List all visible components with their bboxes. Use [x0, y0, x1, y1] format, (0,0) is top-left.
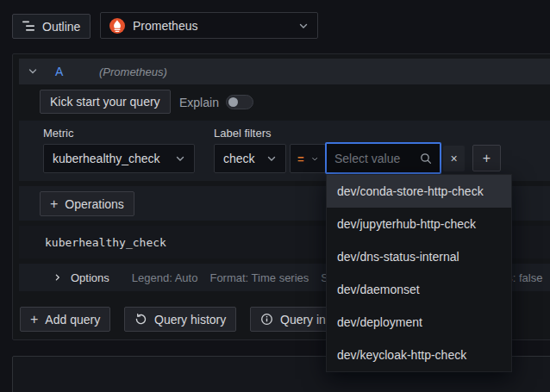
metric-select[interactable]: kuberhealthy_check — [43, 144, 195, 173]
history-icon — [134, 313, 147, 326]
chevron-right-icon — [53, 273, 62, 282]
query-datasource-hint: (Prometheus) — [99, 65, 167, 78]
explain-label: Explain — [179, 96, 219, 109]
chevron-down-icon — [266, 153, 277, 164]
grafana-explore-query-editor: Outline Prometheus A (Prometheus) Kick s… — [0, 0, 550, 392]
remove-filter-button[interactable]: × — [443, 146, 465, 171]
prometheus-logo-icon — [109, 18, 125, 34]
add-filter-button[interactable]: + — [472, 145, 501, 171]
value-dropdown: dev/conda-store-http-checkdev/jupyterhub… — [326, 174, 512, 372]
outline-button[interactable]: Outline — [12, 14, 91, 39]
label-filters-label: Label filters — [214, 127, 271, 140]
query-ref-id: A — [55, 65, 63, 78]
chevron-down-icon — [175, 153, 185, 164]
dropdown-option[interactable]: dev/dns-status-internal — [327, 240, 511, 273]
operator-select[interactable]: = — [290, 144, 326, 173]
operator-value: = — [297, 152, 304, 165]
label-value-input[interactable] — [334, 152, 415, 165]
explain-toggle[interactable] — [226, 95, 253, 109]
dropdown-option[interactable]: dev/conda-store-http-check — [327, 175, 511, 208]
plus-icon: + — [483, 152, 491, 165]
operations-label: Operations — [65, 197, 123, 211]
options-summary-item: Format: Time series — [209, 271, 309, 284]
dropdown-option[interactable]: dev/deployment — [327, 306, 511, 339]
options-summary-item: Legend: Auto — [132, 271, 198, 284]
operations-button[interactable]: + Operations — [40, 191, 134, 216]
chevron-down-icon — [311, 154, 318, 164]
metric-field-label: Metric — [43, 127, 73, 140]
query-row-header[interactable]: A (Prometheus) — [19, 59, 550, 84]
dropdown-option[interactable]: dev/jupyterhub-http-check — [327, 208, 511, 240]
plus-icon: + — [30, 313, 38, 327]
label-value-combobox[interactable] — [325, 142, 441, 174]
plus-icon: + — [50, 197, 58, 211]
datasource-picker[interactable]: Prometheus — [100, 12, 318, 39]
toggle-knob — [228, 97, 238, 107]
kick-start-label: Kick start your query — [50, 95, 160, 109]
outline-icon — [22, 21, 35, 32]
dropdown-option[interactable]: dev/daemonset — [327, 273, 511, 306]
options-label: Options — [71, 271, 109, 284]
kick-start-query-button[interactable]: Kick start your query — [40, 90, 171, 114]
dropdown-option[interactable]: dev/keycloak-http-check — [327, 339, 511, 371]
collapse-chevron-icon — [28, 66, 38, 77]
add-query-label: Add query — [45, 313, 100, 327]
raw-query-text: kuberhealthy_check — [45, 236, 166, 249]
info-icon — [260, 313, 273, 326]
label-name-select[interactable]: check — [214, 144, 286, 173]
close-icon: × — [450, 152, 457, 165]
query-history-button[interactable]: Query history — [124, 307, 236, 332]
metric-select-value: kuberhealthy_check — [53, 152, 160, 165]
outline-button-label: Outline — [42, 20, 80, 34]
label-name-value: check — [223, 152, 255, 165]
datasource-name: Prometheus — [133, 19, 197, 33]
search-icon — [420, 152, 432, 165]
add-query-button[interactable]: + Add query — [20, 307, 110, 332]
query-history-label: Query history — [154, 313, 226, 327]
chevron-down-icon — [298, 21, 309, 31]
